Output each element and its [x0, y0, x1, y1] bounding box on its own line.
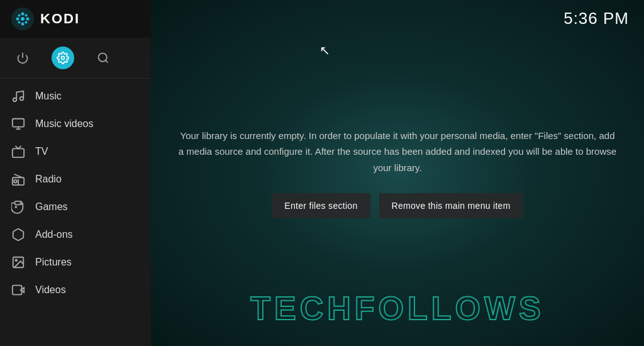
svg-point-14 — [13, 98, 17, 102]
music-videos-icon — [11, 117, 25, 131]
games-icon — [11, 200, 25, 214]
main-content: 5:36 PM ↖ Your library is currently empt… — [151, 0, 644, 346]
svg-rect-18 — [13, 148, 24, 157]
svg-point-5 — [18, 14, 21, 17]
addons-icon — [11, 228, 25, 242]
svg-point-15 — [20, 97, 24, 101]
svg-point-7 — [18, 21, 21, 24]
svg-point-1 — [21, 13, 25, 16]
svg-point-4 — [26, 18, 30, 21]
svg-rect-16 — [13, 119, 24, 127]
sidebar-item-tv-label: TV — [35, 146, 48, 157]
svg-line-13 — [106, 60, 108, 63]
sidebar-item-music[interactable]: Music — [0, 82, 151, 110]
svg-point-12 — [99, 53, 107, 62]
tv-icon — [11, 145, 25, 159]
top-bar: 5:36 PM — [548, 0, 644, 37]
nav-menu: Music Music videos TV — [0, 79, 151, 346]
kodi-logo-icon — [11, 8, 34, 30]
sidebar-item-tv[interactable]: TV — [0, 138, 151, 165]
svg-point-8 — [25, 21, 28, 24]
search-button[interactable] — [92, 47, 114, 69]
sidebar: KODI — [0, 0, 151, 346]
sidebar-item-radio-label: Radio — [35, 174, 62, 185]
settings-button[interactable] — [52, 47, 74, 69]
sidebar-item-music-videos[interactable]: Music videos — [0, 110, 151, 138]
sidebar-item-radio[interactable]: Radio — [0, 165, 151, 193]
sidebar-item-games-label: Games — [35, 201, 68, 213]
sidebar-item-addons[interactable]: Add-ons — [0, 221, 151, 248]
sidebar-item-games[interactable]: Games — [0, 193, 151, 221]
svg-point-2 — [21, 23, 25, 26]
remove-menu-item-button[interactable]: Remove this main menu item — [379, 193, 523, 218]
svg-point-28 — [15, 259, 17, 261]
action-buttons-group: Enter files section Remove this main men… — [272, 193, 523, 218]
pictures-icon — [11, 255, 25, 269]
sidebar-item-pictures-label: Pictures — [35, 257, 72, 268]
svg-point-6 — [25, 14, 28, 17]
sidebar-header: KODI — [0, 0, 151, 38]
clock: 5:36 PM — [564, 9, 629, 28]
sidebar-item-music-label: Music — [35, 91, 62, 102]
techfollows-watermark: TECHFOLLOWS — [250, 289, 545, 327]
sidebar-item-addons-label: Add-ons — [35, 229, 73, 240]
svg-point-3 — [16, 18, 19, 21]
svg-point-9 — [21, 17, 25, 21]
enter-files-section-button[interactable]: Enter files section — [272, 193, 370, 218]
sidebar-item-videos-label: Videos — [35, 284, 66, 296]
sidebar-item-pictures[interactable]: Pictures — [0, 248, 151, 276]
app-title: KODI — [40, 11, 80, 27]
power-button[interactable] — [11, 47, 34, 69]
sidebar-icon-bar — [0, 38, 151, 79]
svg-point-11 — [62, 57, 65, 60]
sidebar-item-music-videos-label: Music videos — [35, 118, 93, 130]
videos-icon — [11, 283, 25, 297]
radio-icon — [11, 172, 25, 186]
music-icon — [11, 89, 25, 103]
sidebar-item-videos[interactable]: Videos — [0, 276, 151, 304]
empty-library-message: Your library is currently empty. In orde… — [177, 128, 618, 176]
svg-point-20 — [14, 180, 17, 183]
